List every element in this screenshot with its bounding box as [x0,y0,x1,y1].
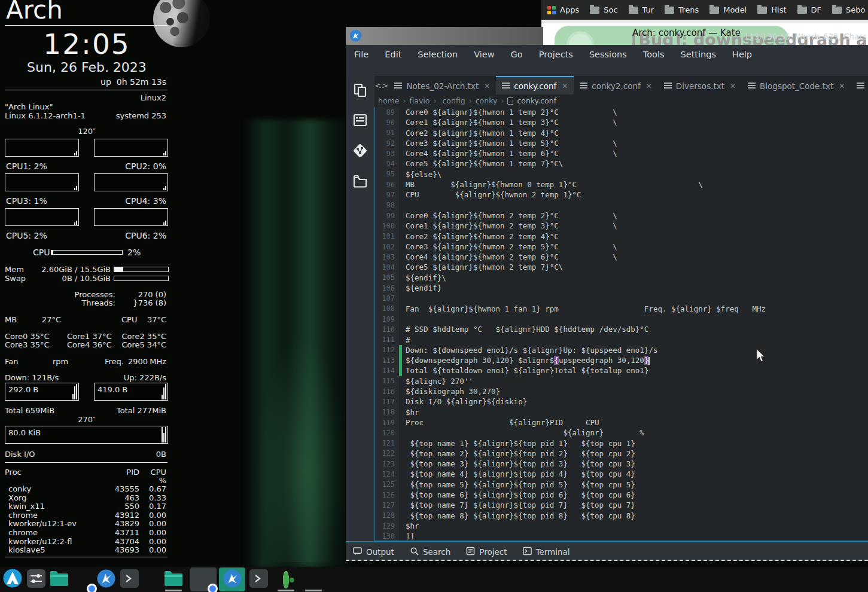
code-line[interactable]: 129$hr [375,521,868,531]
code-line[interactable]: 90Core1 ${alignr}${hwmon 1 temp 3}°C \ [375,117,868,127]
menu-projects[interactable]: Projects [539,50,573,76]
tab-forward-icon[interactable]: > [382,76,389,94]
tab-close-icon[interactable]: ✕ [730,82,736,90]
code-line[interactable]: 97CPU ${alignr}${hwmon 2 temp 1}°C [375,190,868,200]
breadcrumb-segment[interactable]: conky [476,96,498,105]
task-terminal-icon[interactable] [248,569,269,590]
task-green-app-icon[interactable] [275,569,297,590]
bookmark-item[interactable]: Trens [665,5,699,14]
code-line[interactable]: 127 ${top name 7} ${alignr}${top pid 7} … [375,500,868,510]
code-line[interactable]: 99Core0 ${alignr}${hwmon 2 temp 2}°C \ [375,210,868,221]
launcher-settings-sliders-icon[interactable] [25,569,47,590]
statusbar-project-button[interactable]: Project [466,547,507,557]
tab-close-icon[interactable]: ✕ [484,82,490,90]
task-kate-icon[interactable] [219,567,245,591]
code-line[interactable]: 112Down: ${downspeed eno1}/s ${alignr}Up… [375,345,868,355]
code-line[interactable]: 102Core3 ${alignr}${hwmon 2 temp 5}°C \ [375,242,868,252]
code-line[interactable]: 111# [375,335,868,345]
tab-close-icon[interactable]: ✕ [562,82,568,90]
sidebar-filesystem-icon[interactable] [353,174,367,191]
code-line[interactable]: 113${downspeedgraph 30,120} $alignr${ups… [375,355,868,365]
breadcrumb-segment[interactable]: home [378,96,399,105]
sidebar-documents-icon[interactable] [353,83,367,100]
statusbar-search-button[interactable]: Search [410,547,450,557]
code-line[interactable]: 103Core4 ${alignr}${hwmon 2 temp 6}°C \ [375,252,868,262]
tab-Diversos.txt[interactable]: Diversos.txt✕ [658,76,742,94]
menu-view[interactable]: View [474,50,494,76]
code-line[interactable]: 92Core3 ${alignr}${hwmon 1 temp 5}°C \ [375,138,868,148]
menu-edit[interactable]: Edit [385,50,401,76]
code-line[interactable]: 124 ${top name 4} ${alignr}${top pid 4} … [375,469,868,479]
code-line[interactable]: 122 ${top name 2} ${alignr}${top pid 2} … [375,448,868,459]
breadcrumb-segment[interactable]: flavio [409,96,430,105]
code-line[interactable]: 109 [375,314,868,324]
code-line[interactable]: 105${endif}\ [375,273,868,283]
statusbar-output-button[interactable]: Output [353,547,394,557]
menu-selection[interactable]: Selection [418,50,458,76]
code-line[interactable]: 106${endif} [375,283,868,293]
code-line[interactable]: 107 [375,293,868,303]
code-line[interactable]: 94Core5 ${alignr}${hwmon 1 temp 7}°C\ [375,158,868,169]
code-line[interactable]: 96MB ${alignr}${hwmon 0 temp 1}°C \ [375,179,868,190]
code-line[interactable]: 123 ${top name 3} ${alignr}${top pid 3} … [375,459,868,469]
code-line[interactable]: 125 ${top name 5} ${alignr}${top pid 5} … [375,480,868,490]
code-line[interactable]: 95${else}\ [375,169,868,179]
code-line[interactable]: 115${alignc} 270'' [375,376,868,386]
launcher-kate-icon[interactable] [95,569,117,590]
code-line[interactable]: 93Core4 ${alignr}${hwmon 1 temp 6}°C \ [375,148,868,158]
code-line[interactable]: 104Core5 ${alignr}${hwmon 2 temp 7}°C\ [375,262,868,272]
bookmark-item[interactable]: Apps [547,5,579,14]
code-line[interactable]: 130]] [375,531,868,541]
breadcrumb-file[interactable]: conky.conf [517,96,556,105]
code-line[interactable]: 121 ${top name 1} ${alignr}${top pid 1} … [375,438,868,448]
bookmark-item[interactable]: Sebo [832,5,865,14]
code-line[interactable]: 108Fan ${alignr}${hwmon 1 fan 1} rpm Fre… [375,304,868,314]
launcher-folder-icon[interactable] [48,569,70,590]
code-line[interactable]: 89Core0 ${alignr}${hwmon 1 temp 2}°C \ [375,107,868,117]
menu-file[interactable]: File [354,50,368,76]
bookmark-item[interactable]: Model [709,5,747,14]
code-line[interactable]: 116${diskiograph 30,270} [375,386,868,396]
tab-Notes_02-Arch.txt[interactable]: Notes_02-Arch.txt✕ [388,76,496,94]
task-pink-app-icon[interactable] [303,569,324,590]
code-line[interactable]: 128 ${top name 8} ${alignr}${top pid 8} … [375,511,868,521]
kate-titlebar[interactable] [346,27,543,45]
sidebar-git-icon[interactable] [352,143,368,161]
sidebar-outline-icon[interactable] [353,113,367,130]
tab-close-icon[interactable]: ✕ [839,82,845,90]
menu-help[interactable]: Help [732,50,752,76]
launcher-arch-menu-icon[interactable] [2,569,23,590]
code-line[interactable]: 101Core2 ${alignr}${hwmon 2 temp 4}°C [375,231,868,242]
bookmark-item[interactable]: Tur [629,5,654,14]
launcher-chrome-icon[interactable] [72,569,93,590]
code-editor[interactable]: 89Core0 ${alignr}${hwmon 1 temp 2}°C \90… [374,107,868,541]
menu-go[interactable]: Go [511,50,523,76]
code-line[interactable]: 98 [375,200,868,210]
task-chrome-icon[interactable] [190,567,217,591]
task-folder-icon[interactable] [163,569,184,590]
menu-sessions[interactable]: Sessions [589,50,627,76]
code-line[interactable]: 126 ${top name 6} ${alignr}${top pid 6} … [375,490,868,500]
bookmark-item[interactable]: Hist [757,5,786,14]
bookmark-item[interactable]: DF [797,5,822,14]
code-line[interactable]: 120 ${alignr} % [375,428,868,438]
tab-conky.conf[interactable]: conky.conf✕ [496,76,574,94]
bookmark-item[interactable]: Soc [590,5,617,14]
code-line[interactable]: 91Core2 ${alignr}${hwmon 1 temp 4}°C [375,128,868,138]
launcher-terminal-icon[interactable] [118,569,140,590]
code-line[interactable]: 119Proc ${alignr}PID CPU [375,417,868,428]
code-line[interactable]: 114Total ${totaldown eno1} ${alignr}Tota… [375,365,868,376]
tab-Blogspot_Code.txt[interactable]: Blogspot_Code.txt✕ [742,76,851,94]
code-line[interactable]: 100Core1 ${alignr}${hwmon 2 temp 3}°C \ [375,221,868,231]
tab-back-icon[interactable]: < [374,76,382,94]
breadcrumb-segment[interactable]: .config [440,96,465,105]
breadcrumb[interactable]: home›flavio›.config›conky›conky.conf [374,94,868,107]
code-line[interactable]: 117Disk I/O ${alignr}${diskio} [375,396,868,407]
tab-partial[interactable] [851,76,868,94]
code-line[interactable]: 118$hr [375,407,868,417]
tab-close-icon[interactable]: ✕ [646,82,652,90]
code-line[interactable]: 110# SSD $hddtemp °C ${alignr}HDD ${hddt… [375,324,868,334]
statusbar-terminal-button[interactable]: Terminal [523,547,570,557]
menu-settings[interactable]: Settings [681,50,716,76]
tab-conky2.conf[interactable]: conky2.conf✕ [574,76,658,94]
